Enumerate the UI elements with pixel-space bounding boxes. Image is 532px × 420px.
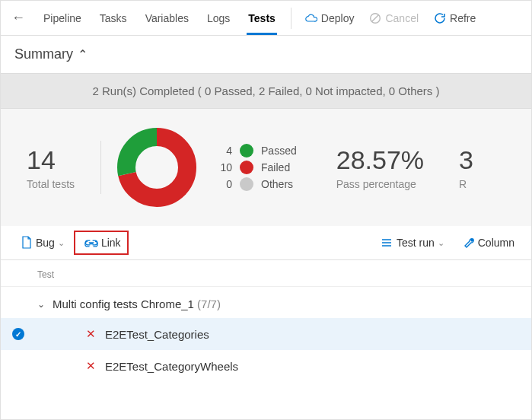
bug-file-icon [21, 236, 33, 250]
column-button[interactable]: Column [454, 232, 521, 253]
legend-others: 0 Others [214, 177, 297, 191]
refresh-icon [434, 12, 446, 24]
total-tests-value: 14 [27, 145, 75, 175]
link-icon [84, 237, 98, 248]
refresh-button[interactable]: Refre [426, 12, 483, 24]
legend-others-label: Others [261, 178, 293, 190]
nav-separator [291, 8, 291, 29]
deploy-label: Deploy [321, 12, 355, 24]
runs-summary-bar: 2 Run(s) Completed ( 0 Passed, 2 Failed,… [1, 73, 531, 109]
pass-pct-label: Pass percentage [336, 178, 424, 190]
summary-title: Summary [14, 46, 73, 62]
test-group-row[interactable]: ⌄ Multi config tests Chrome_1 (7/7) [1, 287, 531, 318]
chevron-down-icon: ⌄ [58, 238, 65, 248]
pass-pct-value: 28.57% [336, 145, 424, 175]
test-row[interactable]: ✕ E2ETest_CategoryWheels [1, 350, 531, 382]
chevron-up-icon: ⌃ [78, 47, 88, 62]
extra-stat-label: R [459, 178, 473, 190]
runs-summary-text: 2 Run(s) Completed ( 0 Passed, 2 Failed,… [92, 84, 439, 97]
column-header-test[interactable]: Test [1, 265, 531, 287]
bug-label: Bug [36, 237, 55, 249]
nav-actions: Deploy Cancel Refre [298, 12, 483, 24]
tab-tests[interactable]: Tests [239, 1, 285, 35]
extra-stat-value: 3 [459, 145, 473, 175]
stats-panel: 14 Total tests 4 Passed 10 Failed 0 [1, 109, 531, 226]
test-group-name: Multi config tests Chrome_1 [53, 298, 194, 310]
total-tests-block: 14 Total tests [1, 145, 100, 190]
testrun-label: Test run [397, 237, 435, 249]
donut-block: 4 Passed 10 Failed 0 Others [101, 126, 311, 209]
summary-header[interactable]: Summary ⌃ [1, 36, 531, 73]
testrun-button[interactable]: Test run ⌄ [371, 232, 454, 253]
nav-tabs: Pipeline Tasks Variables Logs Tests [34, 1, 285, 35]
testrun-icon [380, 237, 393, 248]
deploy-button[interactable]: Deploy [298, 12, 362, 24]
test-row[interactable]: ✕ E2ETest_Categories [1, 318, 531, 350]
svg-line-1 [372, 14, 379, 21]
tab-pipeline[interactable]: Pipeline [34, 1, 91, 35]
cancel-button: Cancel [362, 12, 426, 24]
link-label: Link [101, 237, 121, 249]
legend-failed-label: Failed [261, 161, 290, 173]
tab-tasks[interactable]: Tasks [91, 1, 136, 35]
extra-stat-block: 3 R [450, 145, 478, 190]
pass-pct-block: 28.57% Pass percentage [311, 145, 450, 190]
chevron-down-icon: ⌄ [438, 238, 444, 248]
refresh-label: Refre [450, 12, 476, 24]
legend-failed: 10 Failed [214, 161, 297, 174]
tab-variables[interactable]: Variables [136, 1, 198, 35]
failed-dot-icon [240, 161, 253, 174]
tests-list: Test ⌄ Multi config tests Chrome_1 (7/7)… [1, 260, 531, 382]
legend-failed-count: 10 [214, 161, 232, 173]
top-nav: ← Pipeline Tasks Variables Logs Tests De… [1, 1, 531, 36]
back-arrow-icon[interactable]: ← [8, 7, 28, 29]
wrench-icon [463, 237, 475, 249]
others-dot-icon [240, 177, 253, 191]
bug-button[interactable]: Bug ⌄ [11, 231, 74, 254]
chevron-down-icon: ⌄ [37, 299, 45, 310]
tab-logs[interactable]: Logs [198, 1, 239, 35]
total-tests-label: Total tests [27, 178, 75, 190]
legend-others-count: 0 [214, 178, 232, 190]
fail-x-icon: ✕ [86, 359, 96, 373]
test-group-count: (7/7) [197, 298, 221, 310]
donut-legend: 4 Passed 10 Failed 0 Others [214, 141, 297, 194]
legend-passed: 4 Passed [214, 144, 297, 158]
legend-passed-label: Passed [261, 145, 297, 157]
fail-x-icon: ✕ [86, 327, 96, 341]
link-button[interactable]: Link [74, 231, 129, 255]
test-name: E2ETest_CategoryWheels [105, 360, 238, 373]
row-checkbox[interactable] [1, 328, 36, 340]
passed-dot-icon [240, 144, 253, 158]
cloud-icon [305, 13, 317, 24]
column-label: Column [478, 237, 514, 249]
cancel-label: Cancel [385, 12, 419, 24]
legend-passed-count: 4 [214, 145, 232, 157]
prohibit-icon [369, 12, 381, 24]
test-name: E2ETest_Categories [105, 328, 209, 341]
tests-toolbar: Bug ⌄ Link Test run ⌄ Column [1, 226, 531, 260]
donut-chart [115, 126, 199, 209]
checked-circle-icon [12, 328, 24, 340]
